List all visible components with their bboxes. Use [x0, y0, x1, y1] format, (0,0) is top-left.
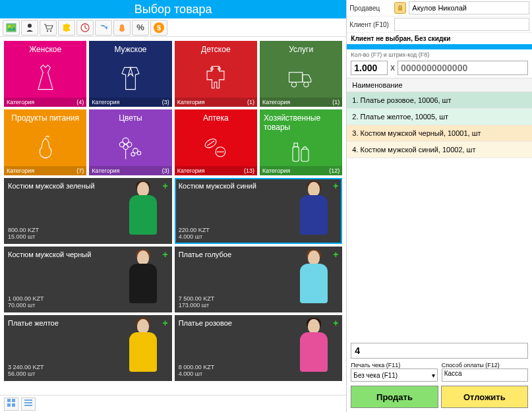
product-tile[interactable]: + Платье желтое 3 240.00 KZT56.000 шт: [4, 315, 172, 381]
plus-icon[interactable]: +: [162, 318, 167, 328]
qty-row: X: [347, 58, 532, 78]
product-meta: 3 240.00 KZT56.000 шт: [8, 364, 119, 377]
toolbar-person[interactable]: [21, 20, 38, 36]
receipt-select[interactable]: Без чека (F11)▾: [351, 368, 437, 382]
toolbar-cart[interactable]: [40, 20, 57, 36]
toolbar-arrow[interactable]: [95, 20, 112, 36]
view-grid-button[interactable]: [4, 397, 18, 411]
divider-strip: [347, 44, 532, 49]
category-footer-label: Категория: [177, 167, 205, 174]
category-count: (13): [244, 167, 254, 174]
category-footer-label: Категория: [177, 99, 205, 105]
category-count: (1): [247, 99, 254, 105]
category-tile[interactable]: Детское Категория(1): [175, 41, 257, 107]
product-image: [289, 250, 338, 309]
bottles-icon: [285, 132, 317, 171]
plus-icon[interactable]: +: [162, 249, 167, 260]
bottom-bar: [0, 395, 346, 412]
product-meta: 1 000.00 KZT70.000 шт: [8, 295, 119, 309]
category-count: (3): [162, 99, 169, 105]
list-header: Наименование: [347, 78, 532, 92]
product-meta: 8 000.00 KZT4.000 шт: [179, 364, 289, 377]
seller-input[interactable]: [409, 1, 529, 15]
category-footer-label: Категория: [262, 99, 290, 105]
svg-rect-28: [24, 402, 32, 403]
product-image: [289, 319, 338, 377]
product-meta: 7 500.00 KZT173.000 шт: [179, 295, 289, 309]
svg-rect-29: [24, 405, 32, 406]
svg-rect-26: [12, 403, 15, 407]
product-image: [119, 319, 168, 377]
category-count: (7): [76, 167, 84, 174]
svg-point-16: [137, 151, 141, 155]
plus-icon[interactable]: +: [333, 318, 338, 328]
svg-point-10: [303, 82, 308, 87]
category-tile[interactable]: Женское Категория(4): [4, 41, 86, 107]
svg-rect-23: [7, 399, 11, 402]
barcode-input[interactable]: [398, 61, 528, 75]
search-input[interactable]: [351, 343, 528, 359]
product-image: [289, 182, 338, 240]
toolbar-puzzle[interactable]: [58, 20, 75, 36]
product-tile[interactable]: + Костюм мужской зеленый 800.00 KZT15.00…: [4, 178, 172, 244]
category-title: Детское: [201, 45, 231, 54]
sell-button[interactable]: Продать: [351, 386, 438, 408]
category-title: Аптека: [203, 113, 229, 123]
plus-icon[interactable]: +: [333, 181, 338, 191]
svg-rect-0: [7, 24, 16, 32]
product-title: Платье розовое: [179, 319, 289, 327]
svg-rect-20: [293, 147, 299, 162]
client-label: Клиент (F10): [349, 21, 392, 28]
view-list-button[interactable]: [21, 397, 36, 411]
category-tile[interactable]: Продукты питания Категория(7): [4, 109, 86, 175]
product-tile[interactable]: + Платье голубое 7 500.00 KZT173.000 шт: [175, 247, 343, 312]
svg-rect-25: [7, 403, 11, 407]
toolbar-clock[interactable]: [76, 20, 94, 36]
list-item[interactable]: 3. Костюм мужской черный, 10001, шт: [347, 125, 532, 142]
category-tile[interactable]: Мужское Категория(3): [89, 41, 171, 107]
svg-point-3: [47, 30, 48, 31]
product-tile[interactable]: + Костюм мужской синий 220.00 KZT4.000 ш…: [175, 178, 343, 244]
lock-icon[interactable]: [394, 2, 406, 14]
plus-icon[interactable]: +: [333, 249, 338, 260]
quantity-input[interactable]: [351, 61, 388, 75]
toolbar-hand[interactable]: [113, 20, 131, 36]
product-title: Костюм мужской черный: [8, 250, 119, 258]
product-tile[interactable]: + Платье розовое 8 000.00 KZT4.000 шт: [175, 315, 343, 381]
category-tile[interactable]: Хозяйственные товары Категория(12): [260, 109, 342, 175]
category-tile[interactable]: Цветы Категория(3): [89, 109, 171, 175]
page-title: Выбор товара: [0, 0, 346, 18]
category-title: Цветы: [119, 113, 142, 123]
svg-rect-24: [12, 399, 15, 402]
toolbar-picture[interactable]: [3, 20, 20, 36]
payment-hint: Способ оплаты (F12): [442, 362, 528, 368]
category-tile[interactable]: Аптека Категория(13): [175, 109, 257, 175]
multiply-label: X: [390, 65, 395, 72]
client-input[interactable]: [394, 18, 529, 31]
svg-rect-27: [24, 399, 32, 401]
category-tile[interactable]: Услуги Категория(1): [260, 41, 342, 107]
product-image: [119, 250, 168, 309]
plus-icon[interactable]: +: [162, 181, 167, 191]
product-meta: 800.00 KZT15.000 шт: [8, 227, 119, 240]
seller-label: Продавец: [349, 5, 392, 12]
payment-select[interactable]: Касса: [442, 368, 528, 382]
product-title: Платье желтое: [8, 319, 119, 327]
product-title: Костюм мужской синий: [179, 182, 289, 190]
hold-button[interactable]: Отложить: [441, 386, 528, 408]
seller-row: Продавец: [347, 0, 532, 16]
toolbar-dollar[interactable]: $: [150, 20, 167, 36]
chevron-down-icon: ▾: [432, 372, 435, 379]
list-item[interactable]: 1. Платье розовое, 10006, шт: [347, 92, 532, 109]
receipt-hint: Печать чека (F11): [351, 362, 437, 368]
product-meta: 220.00 KZT4.000 шт: [179, 227, 289, 240]
category-count: (1): [332, 99, 340, 105]
client-row: Клиент (F10): [347, 16, 532, 33]
list-item[interactable]: 4. Костюм мужской синий, 10002, шт: [347, 142, 532, 158]
list-item[interactable]: 2. Платье желтое, 10005, шт: [347, 109, 532, 125]
svg-rect-30: [398, 7, 402, 11]
product-tile[interactable]: + Костюм мужской черный 1 000.00 KZT70.0…: [4, 247, 172, 312]
category-title: Женское: [29, 45, 61, 54]
toolbar-percent[interactable]: %: [132, 20, 149, 36]
toolbar: % $: [0, 18, 346, 37]
